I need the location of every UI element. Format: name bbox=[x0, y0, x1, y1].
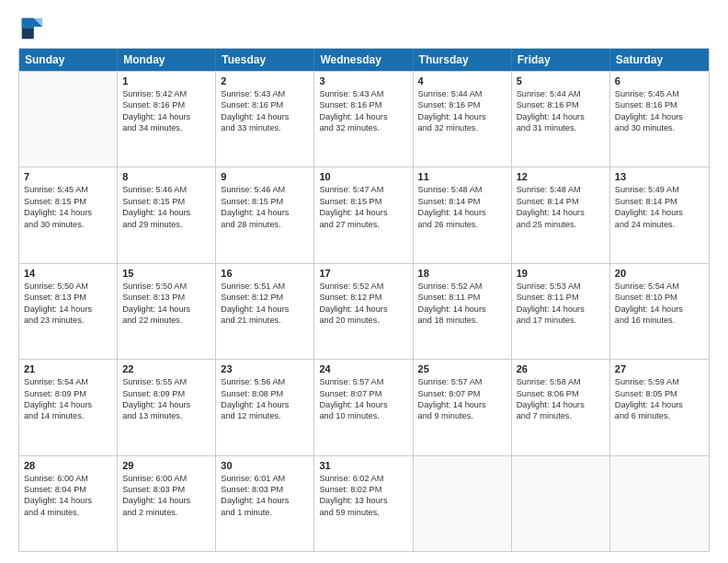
calendar-cell: 2Sunrise: 5:43 AMSunset: 8:16 PMDaylight… bbox=[216, 72, 314, 167]
calendar-body: 1Sunrise: 5:42 AMSunset: 8:16 PMDaylight… bbox=[19, 71, 709, 551]
day-info: Sunrise: 5:53 AMSunset: 8:11 PMDaylight:… bbox=[517, 281, 605, 327]
day-number: 20 bbox=[615, 268, 704, 279]
calendar-cell: 5Sunrise: 5:44 AMSunset: 8:16 PMDaylight… bbox=[512, 72, 610, 167]
weekday-header: Saturday bbox=[610, 49, 709, 71]
day-info: Sunrise: 5:54 AMSunset: 8:09 PMDaylight:… bbox=[24, 376, 112, 422]
calendar-row: 21Sunrise: 5:54 AMSunset: 8:09 PMDayligh… bbox=[19, 359, 709, 454]
day-number: 7 bbox=[24, 171, 112, 182]
calendar-row: 14Sunrise: 5:50 AMSunset: 8:13 PMDayligh… bbox=[19, 263, 709, 359]
calendar-cell: 1Sunrise: 5:42 AMSunset: 8:16 PMDaylight… bbox=[118, 72, 216, 167]
day-number: 13 bbox=[615, 171, 704, 182]
day-info: Sunrise: 5:48 AMSunset: 8:14 PMDaylight:… bbox=[418, 184, 506, 230]
calendar-cell: 17Sunrise: 5:52 AMSunset: 8:12 PMDayligh… bbox=[314, 264, 413, 359]
calendar-cell bbox=[610, 456, 709, 551]
day-info: Sunrise: 6:00 AMSunset: 8:04 PMDaylight:… bbox=[24, 473, 112, 519]
calendar-cell: 25Sunrise: 5:57 AMSunset: 8:07 PMDayligh… bbox=[414, 360, 512, 454]
day-number: 15 bbox=[122, 268, 210, 279]
calendar-cell: 19Sunrise: 5:53 AMSunset: 8:11 PMDayligh… bbox=[512, 264, 610, 359]
day-info: Sunrise: 5:43 AMSunset: 8:16 PMDaylight:… bbox=[221, 88, 309, 134]
calendar-cell: 30Sunrise: 6:01 AMSunset: 8:03 PMDayligh… bbox=[216, 456, 314, 551]
calendar-cell bbox=[19, 72, 118, 167]
weekday-header: Monday bbox=[118, 49, 216, 71]
day-info: Sunrise: 5:45 AMSunset: 8:16 PMDaylight:… bbox=[615, 88, 704, 134]
day-number: 18 bbox=[418, 268, 506, 279]
calendar-cell: 24Sunrise: 5:57 AMSunset: 8:07 PMDayligh… bbox=[314, 360, 413, 454]
day-number: 2 bbox=[221, 75, 309, 86]
calendar: SundayMondayTuesdayWednesdayThursdayFrid… bbox=[18, 48, 710, 552]
day-info: Sunrise: 5:51 AMSunset: 8:12 PMDaylight:… bbox=[221, 281, 309, 327]
day-info: Sunrise: 5:55 AMSunset: 8:09 PMDaylight:… bbox=[122, 376, 210, 422]
day-number: 3 bbox=[319, 75, 407, 86]
calendar-cell: 4Sunrise: 5:44 AMSunset: 8:16 PMDaylight… bbox=[414, 72, 512, 167]
day-number: 25 bbox=[418, 363, 506, 374]
day-number: 4 bbox=[418, 75, 506, 86]
weekday-header: Friday bbox=[512, 49, 610, 71]
calendar-cell: 27Sunrise: 5:59 AMSunset: 8:05 PMDayligh… bbox=[610, 360, 709, 454]
calendar-cell: 8Sunrise: 5:46 AMSunset: 8:15 PMDaylight… bbox=[118, 167, 216, 262]
calendar-cell: 15Sunrise: 5:50 AMSunset: 8:13 PMDayligh… bbox=[118, 264, 216, 359]
day-info: Sunrise: 5:47 AMSunset: 8:15 PMDaylight:… bbox=[319, 184, 407, 230]
calendar-cell bbox=[512, 456, 610, 551]
header bbox=[18, 15, 710, 40]
day-info: Sunrise: 5:52 AMSunset: 8:12 PMDaylight:… bbox=[319, 281, 407, 327]
calendar-cell: 29Sunrise: 6:00 AMSunset: 8:03 PMDayligh… bbox=[118, 456, 216, 551]
day-info: Sunrise: 5:46 AMSunset: 8:15 PMDaylight:… bbox=[221, 184, 309, 230]
day-number: 31 bbox=[319, 460, 407, 471]
day-info: Sunrise: 5:52 AMSunset: 8:11 PMDaylight:… bbox=[418, 281, 506, 327]
day-number: 30 bbox=[221, 460, 309, 471]
calendar-cell: 12Sunrise: 5:48 AMSunset: 8:14 PMDayligh… bbox=[512, 167, 610, 262]
day-number: 23 bbox=[221, 363, 309, 374]
day-number: 22 bbox=[122, 363, 210, 374]
day-number: 26 bbox=[517, 363, 605, 374]
weekday-header: Thursday bbox=[414, 49, 512, 71]
calendar-cell: 11Sunrise: 5:48 AMSunset: 8:14 PMDayligh… bbox=[414, 167, 512, 262]
day-number: 11 bbox=[418, 171, 506, 182]
weekday-header: Tuesday bbox=[216, 49, 314, 71]
day-info: Sunrise: 5:58 AMSunset: 8:06 PMDaylight:… bbox=[517, 376, 605, 422]
day-number: 1 bbox=[122, 75, 210, 86]
calendar-cell: 26Sunrise: 5:58 AMSunset: 8:06 PMDayligh… bbox=[512, 360, 610, 454]
day-number: 16 bbox=[221, 268, 309, 279]
calendar-row: 28Sunrise: 6:00 AMSunset: 8:04 PMDayligh… bbox=[19, 455, 709, 551]
calendar-cell: 9Sunrise: 5:46 AMSunset: 8:15 PMDaylight… bbox=[216, 167, 314, 262]
day-number: 21 bbox=[24, 363, 112, 374]
day-info: Sunrise: 5:45 AMSunset: 8:15 PMDaylight:… bbox=[24, 184, 112, 230]
day-number: 14 bbox=[24, 268, 112, 279]
calendar-cell: 6Sunrise: 5:45 AMSunset: 8:16 PMDaylight… bbox=[610, 72, 709, 167]
day-number: 9 bbox=[221, 171, 309, 182]
calendar-cell: 21Sunrise: 5:54 AMSunset: 8:09 PMDayligh… bbox=[19, 360, 118, 454]
calendar-cell: 13Sunrise: 5:49 AMSunset: 8:14 PMDayligh… bbox=[610, 167, 709, 262]
logo bbox=[18, 15, 48, 40]
day-info: Sunrise: 6:01 AMSunset: 8:03 PMDaylight:… bbox=[221, 473, 309, 519]
day-info: Sunrise: 5:59 AMSunset: 8:05 PMDaylight:… bbox=[615, 376, 704, 422]
day-info: Sunrise: 5:46 AMSunset: 8:15 PMDaylight:… bbox=[122, 184, 210, 230]
day-number: 8 bbox=[122, 171, 210, 182]
logo-icon bbox=[18, 15, 44, 40]
calendar-cell: 22Sunrise: 5:55 AMSunset: 8:09 PMDayligh… bbox=[118, 360, 216, 454]
day-info: Sunrise: 5:56 AMSunset: 8:08 PMDaylight:… bbox=[221, 376, 309, 422]
day-info: Sunrise: 5:43 AMSunset: 8:16 PMDaylight:… bbox=[319, 88, 407, 134]
day-number: 6 bbox=[615, 75, 704, 86]
day-info: Sunrise: 5:57 AMSunset: 8:07 PMDaylight:… bbox=[319, 376, 407, 422]
calendar-cell: 10Sunrise: 5:47 AMSunset: 8:15 PMDayligh… bbox=[314, 167, 413, 262]
weekday-header: Sunday bbox=[19, 49, 118, 71]
calendar-cell: 20Sunrise: 5:54 AMSunset: 8:10 PMDayligh… bbox=[610, 264, 709, 359]
day-number: 24 bbox=[319, 363, 407, 374]
day-number: 19 bbox=[517, 268, 605, 279]
day-info: Sunrise: 6:02 AMSunset: 8:02 PMDaylight:… bbox=[319, 473, 407, 519]
calendar-cell: 3Sunrise: 5:43 AMSunset: 8:16 PMDaylight… bbox=[314, 72, 413, 167]
calendar-cell: 16Sunrise: 5:51 AMSunset: 8:12 PMDayligh… bbox=[216, 264, 314, 359]
day-number: 28 bbox=[24, 460, 112, 471]
calendar-cell: 23Sunrise: 5:56 AMSunset: 8:08 PMDayligh… bbox=[216, 360, 314, 454]
day-number: 10 bbox=[319, 171, 407, 182]
calendar-header: SundayMondayTuesdayWednesdayThursdayFrid… bbox=[19, 49, 709, 71]
calendar-cell: 31Sunrise: 6:02 AMSunset: 8:02 PMDayligh… bbox=[314, 456, 413, 551]
calendar-cell: 28Sunrise: 6:00 AMSunset: 8:04 PMDayligh… bbox=[19, 456, 118, 551]
day-info: Sunrise: 5:42 AMSunset: 8:16 PMDaylight:… bbox=[122, 88, 210, 134]
day-info: Sunrise: 5:44 AMSunset: 8:16 PMDaylight:… bbox=[517, 88, 605, 134]
day-info: Sunrise: 5:50 AMSunset: 8:13 PMDaylight:… bbox=[122, 281, 210, 327]
day-info: Sunrise: 5:54 AMSunset: 8:10 PMDaylight:… bbox=[615, 281, 704, 327]
day-number: 17 bbox=[319, 268, 407, 279]
calendar-cell: 7Sunrise: 5:45 AMSunset: 8:15 PMDaylight… bbox=[19, 167, 118, 262]
day-info: Sunrise: 5:48 AMSunset: 8:14 PMDaylight:… bbox=[517, 184, 605, 230]
